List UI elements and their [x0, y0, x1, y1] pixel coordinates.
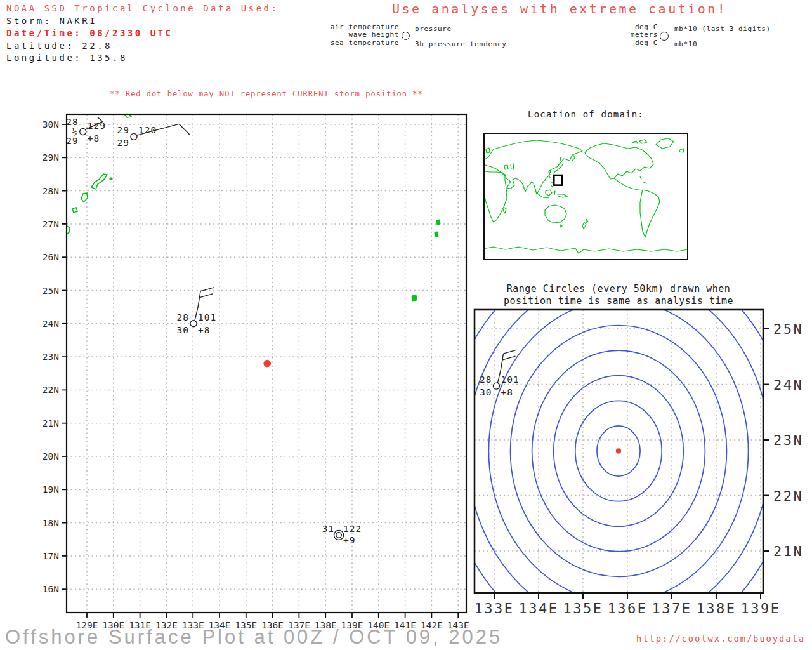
y-tick-label: 23N: [773, 432, 803, 448]
legend-tendency-unit: mb*10: [674, 41, 697, 49]
y-tick-label: 25N: [43, 286, 59, 296]
storm-name: Storm: NAKRI: [6, 15, 278, 28]
legend-pressure: pressure: [415, 25, 452, 34]
y-tick-label: 25N: [773, 321, 803, 337]
y-tick-label: 19N: [43, 484, 59, 494]
x-tick-label: 139E: [741, 600, 781, 616]
station-pressure-tendency: +9: [343, 535, 355, 545]
station-pressure-tendency: +8: [198, 325, 210, 335]
storm-position-dot: [616, 448, 621, 453]
station-circle-icon: [494, 383, 500, 389]
station-pressure: 101: [198, 312, 216, 322]
y-tick-label: 22N: [773, 488, 803, 504]
wind-barb-icon: [504, 350, 517, 354]
world-coastlines: [483, 138, 688, 253]
station-pressure: 129: [88, 121, 106, 131]
station-sea-temp: 30: [480, 387, 492, 397]
station-air-temp: 31: [322, 524, 334, 534]
y-tick-label: 22N: [43, 385, 59, 395]
station-sea-temp: 29: [66, 136, 78, 146]
x-tick-label: 137E: [652, 600, 692, 616]
main-station-plot: 129E130E131E132E133E134E135E136E137E138E…: [35, 107, 473, 646]
y-tick-label: 21N: [43, 418, 59, 428]
legend-wave-unit: meters: [631, 31, 658, 39]
y-tick-label: 24N: [773, 377, 803, 393]
storm-datetime: Date/Time: 08/2330 UTC: [6, 27, 278, 40]
station-pressure-tendency: +8: [501, 387, 513, 397]
calm-wind-icon: [336, 533, 341, 538]
legend-pressure-unit: mb*10 (last 3 digits): [674, 25, 771, 34]
station-air-temp: 28: [480, 375, 492, 385]
source-url[interactable]: http://coolwx.com/buoydata: [636, 633, 805, 644]
y-tick-label: 26N: [43, 252, 59, 262]
x-tick-label: 138E: [697, 600, 737, 616]
y-tick-label: 23N: [43, 352, 59, 362]
domain-map-title: Location of domain:: [483, 109, 688, 119]
legend-wave-height: wave height: [349, 31, 399, 39]
station-air-temp: 28: [177, 312, 189, 322]
storm-latitude: Latitude: 22.8: [6, 40, 278, 53]
station-circle-icon: [402, 32, 410, 40]
station-pressure: 122: [343, 524, 362, 534]
storm-longitude: Longitude: 135.8: [6, 52, 278, 65]
noaa-data-line: NOAA SSD Tropical Cyclone Data Used:: [6, 3, 278, 15]
storm-position-warning: ** Red dot below may NOT represent CURRE…: [67, 90, 466, 98]
y-tick-label: 21N: [773, 543, 803, 559]
caution-banner: Use analyses with extreme caution!: [392, 1, 727, 17]
y-tick-label: 29N: [43, 152, 59, 162]
station-air-temp: 28: [66, 117, 78, 127]
station-sea-temp: 30: [177, 325, 189, 335]
station-circle-icon: [660, 32, 669, 41]
domain-rectangle: [554, 175, 562, 185]
wind-barb-icon: [179, 124, 190, 135]
x-tick-label: 135E: [563, 600, 603, 616]
main-grid: [62, 114, 466, 618]
y-tick-label: 20N: [43, 451, 59, 461]
map-frame: [484, 133, 688, 260]
station-plot: 2830101+8: [177, 288, 217, 335]
y-tick-label: 28N: [43, 186, 59, 196]
station-plot: 28½29129+8: [66, 117, 106, 146]
y-tick-label: 30N: [43, 119, 59, 129]
station-pressure: 101: [501, 375, 520, 385]
wind-barb-icon: [502, 356, 516, 360]
station-air-temp: 29: [117, 125, 129, 135]
range-circles-plot: 133E134E135E136E137E138E139E25N24N23N22N…: [469, 308, 812, 650]
station-circle-icon: [190, 321, 197, 327]
y-tick-label: 18N: [43, 518, 59, 528]
wind-barb-icon: [200, 288, 214, 291]
range-circles-title: Range Circles (every 50km) drawn when po…: [460, 283, 777, 307]
wind-barb-icon: [199, 294, 213, 298]
x-tick-label: 134E: [519, 600, 559, 616]
range-title-line1: Range Circles (every 50km) drawn when: [460, 283, 777, 295]
y-tick-label: 17N: [43, 551, 59, 561]
station-plot: 2929120: [117, 124, 190, 148]
legend-sea-unit: deg C: [635, 39, 658, 48]
y-tick-label: 16N: [43, 584, 59, 594]
station-sea-temp: 29: [117, 138, 129, 148]
x-tick-label: 133E: [475, 600, 514, 616]
y-tick-label: 27N: [43, 219, 59, 229]
x-tick-label: 136E: [608, 600, 648, 616]
range-title-line2: position time is same as analysis time: [460, 295, 777, 307]
offshore-surface-plot-page: NOAA SSD Tropical Cyclone Data Used: Sto…: [0, 0, 812, 650]
station-circle-icon: [80, 129, 86, 135]
y-tick-label: 24N: [43, 319, 59, 329]
station-plot: 31122+9: [322, 524, 362, 545]
storm-info-block: NOAA SSD Tropical Cyclone Data Used: Sto…: [6, 3, 278, 65]
storm-position-dot: [263, 360, 271, 368]
station-pressure-tendency: +8: [88, 133, 100, 143]
station-pressure: 120: [138, 125, 157, 135]
page-title: Offshore Surface Plot at 00Z / OCT 09, 2…: [5, 626, 502, 649]
station-circle-icon: [131, 133, 137, 140]
world-locator-map: [483, 133, 688, 260]
legend-sea-temperature: sea temperature: [331, 39, 399, 48]
calm-wind-icon: [334, 530, 344, 540]
range-grid: [475, 310, 769, 599]
legend-pressure-tendency: 3h pressure tendency: [415, 41, 506, 49]
